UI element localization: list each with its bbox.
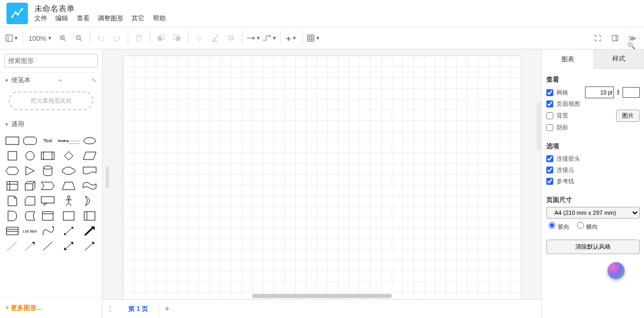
shape-trapezoid[interactable] xyxy=(58,179,80,192)
clear-style-button[interactable]: 清除默认风格 xyxy=(546,240,640,254)
portrait-radio[interactable]: 竖向 xyxy=(548,222,569,231)
shape-arrow[interactable] xyxy=(82,225,98,237)
shape-card[interactable] xyxy=(22,194,38,207)
shape-parallel[interactable] xyxy=(82,149,98,162)
search-input[interactable] xyxy=(4,54,98,68)
shape-datastore[interactable] xyxy=(22,209,38,222)
shape-biarrow[interactable] xyxy=(58,225,80,237)
shape-step[interactable] xyxy=(40,179,56,192)
grid-color-swatch[interactable] xyxy=(623,87,640,98)
background-image-button[interactable]: 图片 xyxy=(616,110,640,122)
redo-icon[interactable] xyxy=(109,31,125,46)
svg-rect-32 xyxy=(6,137,19,144)
scratchpad-dropzone[interactable]: 把元素拖至此处 xyxy=(9,91,93,110)
shape-listitem[interactable]: List item xyxy=(22,225,38,237)
tab-style[interactable]: 样式 xyxy=(593,49,644,69)
tab-diagram[interactable]: 图表 xyxy=(542,49,593,69)
page-tab-1[interactable]: 第 1 页 xyxy=(118,301,159,317)
shape-dashedarr[interactable] xyxy=(22,240,38,252)
delete-icon[interactable] xyxy=(131,31,147,46)
page-menu-icon[interactable]: ⋮ xyxy=(103,301,118,316)
scratchpad-add-icon[interactable]: + xyxy=(57,77,63,84)
shape-cylinder[interactable] xyxy=(40,164,56,177)
zoom-in-icon[interactable] xyxy=(55,31,70,46)
grid-checkbox[interactable]: 网格 xyxy=(546,87,568,98)
sidebar-resize-handle[interactable] xyxy=(106,167,109,188)
menu-view[interactable]: 查看 xyxy=(77,15,90,22)
shape-roundrect[interactable] xyxy=(22,134,38,147)
waypoint-icon[interactable]: ▼ xyxy=(262,31,277,46)
canvas-viewport[interactable] xyxy=(103,49,541,299)
fullscreen-icon[interactable] xyxy=(590,31,605,46)
scratchpad-header[interactable]: ▼便笺本 + ✎ xyxy=(0,73,102,88)
landscape-radio[interactable]: 横向 xyxy=(577,222,598,231)
menu-shape[interactable]: 调整图形 xyxy=(98,15,123,22)
insert-icon[interactable]: +▼ xyxy=(284,31,299,46)
shape-document[interactable] xyxy=(82,164,98,177)
shadow-icon[interactable] xyxy=(224,31,239,46)
shape-or[interactable] xyxy=(82,194,98,207)
to-front-icon[interactable] xyxy=(153,31,169,46)
shape-text[interactable]: Text xyxy=(40,134,56,147)
arrows-checkbox[interactable]: 连接箭头 xyxy=(546,153,640,164)
shape-actor[interactable] xyxy=(58,194,80,207)
shape-square[interactable] xyxy=(4,149,20,162)
line-color-icon[interactable] xyxy=(208,31,223,46)
points-checkbox[interactable]: 连接点 xyxy=(546,164,640,176)
table-icon[interactable]: ▼ xyxy=(306,31,321,46)
shape-diamond[interactable] xyxy=(58,149,80,162)
to-back-icon[interactable] xyxy=(170,31,185,46)
svg-point-0 xyxy=(11,16,13,18)
shape-container3[interactable] xyxy=(82,209,98,222)
general-header[interactable]: ▼通用 xyxy=(0,117,102,132)
shape-linebiarr[interactable] xyxy=(58,240,80,252)
shape-note[interactable] xyxy=(4,194,20,207)
shape-callout[interactable] xyxy=(40,194,56,207)
shape-ellipse[interactable] xyxy=(82,134,98,147)
scratchpad-edit-icon[interactable]: ✎ xyxy=(90,77,98,84)
page-size-select[interactable]: A4 (210 mm x 297 mm) xyxy=(546,207,640,219)
add-page-icon[interactable]: + xyxy=(159,304,174,314)
connection-icon[interactable]: ▼ xyxy=(246,31,261,46)
shape-curve[interactable] xyxy=(40,225,56,237)
grid-size-stepper[interactable]: ▲▼ xyxy=(616,89,620,96)
shape-tape[interactable] xyxy=(82,179,98,192)
shape-rect[interactable] xyxy=(4,134,20,147)
shape-internal[interactable] xyxy=(4,179,20,192)
v-scrollbar[interactable] xyxy=(537,102,541,150)
document-title[interactable]: 未命名表单 xyxy=(34,4,172,14)
guides-checkbox[interactable]: 参考线 xyxy=(546,176,640,187)
menu-help[interactable]: 帮助 xyxy=(153,15,166,22)
background-checkbox[interactable]: 背景 xyxy=(546,110,568,121)
menu-file[interactable]: 文件 xyxy=(34,15,47,22)
shape-and[interactable] xyxy=(4,209,20,222)
shadow-checkbox[interactable]: 阴影 xyxy=(546,122,640,133)
shape-triangle[interactable] xyxy=(22,164,38,177)
shape-process[interactable] xyxy=(40,149,56,162)
menu-other[interactable]: 其它 xyxy=(131,15,144,22)
shape-dashed[interactable] xyxy=(4,240,20,252)
zoom-level[interactable]: 100%▼ xyxy=(26,31,54,46)
shape-line[interactable] xyxy=(40,240,56,252)
grid-size-input[interactable] xyxy=(585,86,614,98)
zoom-out-icon[interactable] xyxy=(71,31,86,46)
format-panel-icon[interactable] xyxy=(608,31,623,46)
menu-edit[interactable]: 编辑 xyxy=(55,15,68,22)
shape-heading[interactable]: Heading──────────── xyxy=(58,134,80,147)
sidebar-toggle-button[interactable]: ▼ xyxy=(4,31,19,46)
shape-cloud[interactable] xyxy=(58,164,80,177)
shape-list[interactable] xyxy=(4,225,20,237)
shape-cube[interactable] xyxy=(22,179,38,192)
undo-icon[interactable] xyxy=(93,31,108,46)
h-scrollbar[interactable] xyxy=(252,294,392,298)
shape-container2[interactable] xyxy=(58,209,80,222)
shape-hexagon[interactable] xyxy=(4,164,20,177)
pageview-checkbox[interactable]: 页面视图 xyxy=(546,98,640,110)
shape-linearr[interactable] xyxy=(82,240,98,252)
shape-circle[interactable] xyxy=(22,149,38,162)
shape-container1[interactable] xyxy=(40,209,56,222)
more-shapes-button[interactable]: + 更多图形... xyxy=(0,298,102,318)
canvas-page[interactable] xyxy=(123,56,521,299)
assistant-fab[interactable] xyxy=(608,262,625,279)
fill-color-icon[interactable] xyxy=(192,31,207,46)
